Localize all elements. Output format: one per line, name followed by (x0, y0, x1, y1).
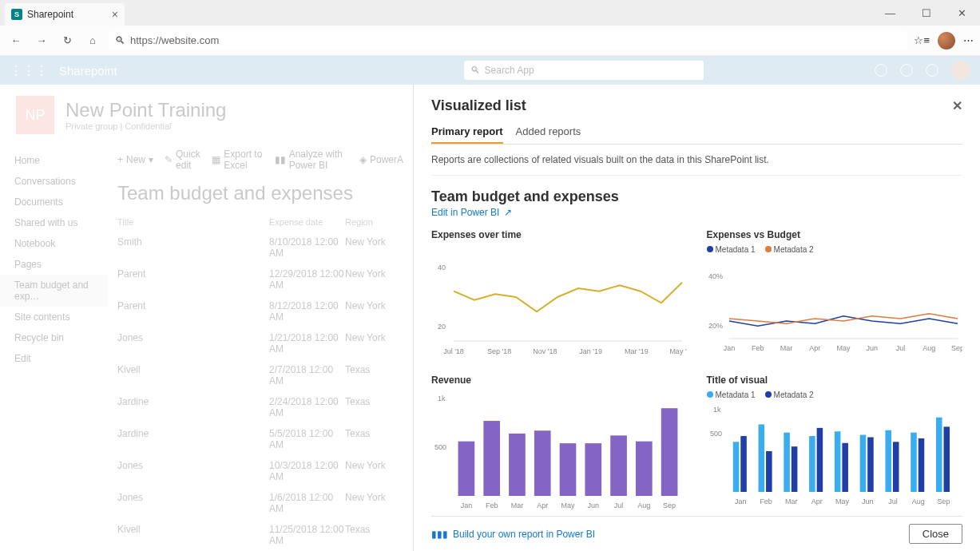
table-row[interactable]: Jones10/3/2018 12:00 AMNew York (117, 455, 403, 487)
sidebar-item[interactable]: Site contents (0, 307, 108, 327)
app-launcher-icon[interactable]: ⋮⋮⋮ (10, 63, 48, 78)
svg-rect-65 (935, 417, 942, 491)
tab-close-icon[interactable]: × (112, 8, 118, 21)
open-external-icon: ↗ (504, 207, 512, 218)
svg-text:Jan: Jan (735, 497, 747, 505)
svg-text:Jul '18: Jul '18 (443, 347, 464, 355)
svg-rect-51 (816, 427, 823, 491)
edit-in-powerbi-link[interactable]: Edit in Power BI↗ (431, 207, 962, 218)
svg-text:500: 500 (710, 430, 722, 438)
refresh-icon[interactable]: ↻ (58, 31, 77, 50)
column-date[interactable]: Expense date (269, 217, 345, 227)
sidebar-item[interactable]: Recycle bin (0, 327, 108, 348)
tab-added-reports[interactable]: Added reports (516, 121, 581, 144)
svg-rect-45 (766, 451, 772, 492)
site-subtitle: Private group | Confidential (65, 121, 226, 131)
back-icon[interactable]: ← (6, 31, 26, 50)
table-row[interactable]: Jardine5/5/2018 12:00 AMTexas (117, 423, 403, 455)
window-close-icon[interactable]: ✕ (944, 0, 980, 26)
new-button[interactable]: +New▾ (117, 154, 153, 165)
table-row[interactable]: Kivell2/7/2018 12:00 AMTexas (117, 359, 403, 391)
chart-expenses-over-time: Expenses over time 2040Jul '18Sep '18Nov… (431, 229, 688, 363)
suite-action-icon[interactable] (900, 64, 913, 77)
close-button[interactable]: Close (909, 524, 962, 544)
tab-primary-report[interactable]: Primary report (431, 121, 503, 144)
column-title[interactable]: Title (117, 217, 269, 227)
svg-rect-54 (842, 442, 848, 491)
close-icon[interactable]: ✕ (952, 98, 962, 113)
svg-text:Apr: Apr (809, 344, 820, 352)
svg-text:Feb: Feb (486, 501, 498, 509)
table-row[interactable]: Smith8/10/2018 12:00 AMNew York (117, 232, 403, 264)
svg-text:20%: 20% (708, 322, 723, 330)
suite-search[interactable]: 🔍︎ Search App (464, 61, 704, 80)
suite-action-icon[interactable] (875, 64, 887, 77)
suite-title: Sharepoint (59, 64, 117, 77)
report-title: Team budget and expenses (431, 188, 962, 205)
visualized-list-panel: Visualized list ✕ Primary report Added r… (413, 85, 980, 551)
svg-text:Sep: Sep (937, 497, 950, 505)
column-region[interactable]: Region (345, 217, 401, 227)
search-placeholder: Search App (485, 65, 534, 76)
sidebar-item[interactable]: Edit (0, 348, 108, 369)
svg-rect-29 (560, 443, 577, 496)
svg-text:40: 40 (438, 264, 446, 272)
address-bar[interactable]: 🔍︎ https://website.com (109, 31, 907, 50)
browser-toolbar: ← → ↻ ⌂ 🔍︎ https://website.com ☆≡ ⋯ (0, 26, 980, 56)
sidebar-item[interactable]: Notebook (0, 233, 108, 254)
browser-tab[interactable]: S Sharepoint × (5, 3, 125, 26)
sidebar-item[interactable]: Documents (0, 192, 108, 212)
site-logo: NP (16, 96, 54, 134)
sidebar-item[interactable]: Home (0, 150, 108, 171)
window-maximize-icon[interactable]: ☐ (908, 0, 944, 26)
home-icon[interactable]: ⌂ (83, 31, 102, 50)
sidebar-item[interactable]: Team budget and exp… (0, 275, 108, 307)
tab-title: Sharepoint (27, 9, 73, 20)
quick-edit-button[interactable]: ✎Quick edit (165, 149, 200, 171)
svg-text:Aug: Aug (911, 497, 924, 505)
svg-text:Jun: Jun (861, 497, 873, 505)
window-minimize-icon[interactable]: — (872, 0, 908, 26)
svg-rect-44 (758, 424, 764, 492)
table-row[interactable]: Jardine2/24/2018 12:00 AMTexas (117, 391, 403, 423)
chart-revenue: Revenue JanFebMarAprMayJunJulAugSep5001k (431, 375, 688, 517)
sidebar-item[interactable]: Pages (0, 254, 108, 275)
svg-text:Jun: Jun (588, 501, 600, 509)
svg-rect-35 (636, 441, 653, 495)
analyze-powerbi-button[interactable]: ▮▮Analyze with Power BI (275, 149, 348, 171)
powerapps-button[interactable]: ◈PowerA (359, 154, 403, 165)
table-row[interactable]: Parent12/29/2018 12:00 AMNew York (117, 264, 403, 295)
panel-title: Visualized list (431, 97, 526, 114)
svg-rect-47 (784, 432, 790, 491)
forward-icon[interactable]: → (32, 31, 51, 50)
more-icon[interactable]: ⋯ (963, 34, 974, 46)
table-row[interactable]: Jones1/21/2018 12:00 AMNew York (117, 327, 403, 359)
suite-action-icon[interactable] (926, 64, 938, 77)
svg-text:Mar: Mar (511, 501, 524, 509)
svg-text:Jul: Jul (614, 501, 624, 509)
table-row[interactable]: Jones1/6/2018 12:00 AMNew York (117, 487, 403, 519)
svg-text:Feb: Feb (760, 497, 772, 505)
svg-text:Aug: Aug (922, 344, 935, 352)
svg-text:May '19: May '19 (669, 347, 687, 355)
svg-text:May: May (561, 501, 575, 509)
svg-text:1k: 1k (713, 406, 721, 414)
export-excel-button[interactable]: ▦Export to Excel (212, 149, 263, 171)
table-row[interactable]: Kivell11/25/2018 12:00 AMTexas (117, 519, 403, 551)
sidebar-item[interactable]: Shared with us (0, 212, 108, 233)
svg-text:Sep: Sep (950, 344, 962, 352)
sidebar-item[interactable]: Conversations (0, 171, 108, 192)
suite-header: ⋮⋮⋮ Sharepoint 🔍︎ Search App (0, 56, 980, 85)
profile-avatar[interactable] (938, 32, 955, 50)
svg-rect-25 (509, 433, 526, 495)
favorites-icon[interactable]: ☆≡ (914, 34, 930, 46)
site-title: New Point Training (65, 99, 226, 121)
list-title: Team budget and expenses (117, 182, 403, 204)
svg-rect-57 (867, 437, 874, 491)
build-report-link[interactable]: ▮▮▮ Build your own report in Power BI (431, 529, 595, 540)
table-row[interactable]: Parent8/12/2018 12:00 AMNew York (117, 295, 403, 327)
svg-text:Jul: Jul (888, 497, 898, 505)
svg-rect-37 (661, 408, 678, 496)
svg-rect-56 (859, 434, 866, 491)
user-avatar[interactable] (951, 61, 970, 80)
